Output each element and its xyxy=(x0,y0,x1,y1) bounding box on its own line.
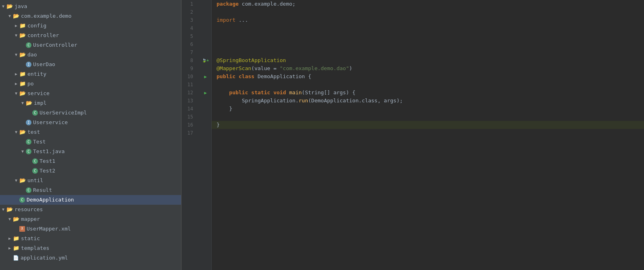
tree-item-until[interactable]: 📂until xyxy=(0,176,181,185)
line-number: 12 xyxy=(181,89,196,97)
line-number: 1 xyxy=(181,0,196,8)
tree-label: Userservice xyxy=(33,118,68,127)
gutter-line xyxy=(200,105,211,113)
code-line xyxy=(212,32,644,40)
class-icon: C xyxy=(26,139,31,145)
line-number: 2 xyxy=(181,8,196,16)
tree-arrow xyxy=(6,235,13,243)
tree-item-Test2[interactable]: CTest2 xyxy=(0,166,181,176)
gutter-line xyxy=(200,16,211,24)
tree-label: UserDao xyxy=(33,60,55,69)
class-icon: C xyxy=(32,158,38,164)
tree-label: Test1.java xyxy=(33,147,65,156)
line-number: 13 xyxy=(181,97,196,105)
line-number: 7 xyxy=(181,48,196,56)
gutter-line: 🍃☘ xyxy=(200,56,211,64)
code-line xyxy=(212,129,644,137)
line-number: 10 xyxy=(181,73,196,81)
tree-item-templates[interactable]: 📁templates xyxy=(0,243,181,253)
gutter-line xyxy=(200,24,211,32)
tree-item-static[interactable]: 📁static xyxy=(0,234,181,243)
gutter-line xyxy=(200,113,211,121)
tree-arrow xyxy=(6,244,13,252)
tree-label: application.yml xyxy=(21,254,68,262)
gutter-line xyxy=(200,121,211,129)
tree-arrow xyxy=(13,89,19,98)
tree-label: java xyxy=(15,2,27,10)
tree-item-po[interactable]: 📁po xyxy=(0,79,181,89)
tree-item-UserServiceImpl[interactable]: CUserServiceImpl xyxy=(0,108,181,118)
tree-item-service[interactable]: 📂service xyxy=(0,89,181,98)
tree-label: until xyxy=(27,177,43,185)
tree-label: Test xyxy=(33,138,46,146)
code-line xyxy=(212,8,644,16)
tree-label: Test1 xyxy=(40,157,55,165)
gutter-line: ▶ xyxy=(200,73,211,81)
tree-item-UserDao[interactable]: IUserDao xyxy=(0,60,181,69)
code-content[interactable]: package com.example.demo; import ... @Sp… xyxy=(212,0,644,270)
file-tree[interactable]: 📂java📂com.example.demo📁config📂controller… xyxy=(0,0,181,270)
folder-icon: 📂 xyxy=(13,215,19,223)
tree-label: mapper xyxy=(21,215,40,223)
tree-label: resources xyxy=(15,206,43,214)
tree-label: UserController xyxy=(33,41,77,49)
line-number: 5 xyxy=(181,32,196,40)
tree-label: Test2 xyxy=(40,167,55,175)
tree-arrow xyxy=(13,70,19,78)
tree-item-DemoApplication[interactable]: CDemoApplication xyxy=(0,195,181,205)
tree-item-Result[interactable]: CResult xyxy=(0,185,181,195)
code-line xyxy=(212,81,644,89)
code-line xyxy=(212,40,644,48)
tree-item-application.yml[interactable]: 📄application.yml xyxy=(0,253,181,263)
folder-icon: 📂 xyxy=(19,128,26,136)
interface-icon: I xyxy=(26,62,31,67)
tree-label: DemoApplication xyxy=(27,196,74,204)
tree-arrow xyxy=(6,215,13,223)
line-number: 9 xyxy=(181,64,196,73)
tree-item-Test[interactable]: CTest xyxy=(0,137,181,147)
tree-label: com.example.demo xyxy=(21,12,71,20)
tree-label: templates xyxy=(21,244,49,252)
tree-item-UserMapper.xml[interactable]: XUserMapper.xml xyxy=(0,224,181,234)
tree-item-UserController[interactable]: CUserController xyxy=(0,40,181,50)
code-line: @MapperScan(value = "com.example.demo.da… xyxy=(212,64,644,73)
tree-label: service xyxy=(27,89,50,98)
code-line: } xyxy=(212,121,644,129)
tree-item-entity[interactable]: 📁entity xyxy=(0,69,181,79)
line-number: 3 xyxy=(181,16,196,24)
line-number: 15 xyxy=(181,113,196,121)
folder-icon: 📁 xyxy=(19,70,26,78)
line-numbers: 1234567891011121314151617 xyxy=(181,0,200,270)
code-line: SpringApplication.run(DemoApplication.cl… xyxy=(212,97,644,105)
tree-item-Test1.java[interactable]: CTest1.java xyxy=(0,147,181,156)
code-line: public class DemoApplication { xyxy=(212,73,644,81)
code-editor: 1234567891011121314151617 🍃☘▶▶ package c… xyxy=(181,0,644,270)
tree-item-java[interactable]: 📂java xyxy=(0,2,181,11)
tree-item-Userservice[interactable]: IUserservice xyxy=(0,118,181,127)
tree-label: impl xyxy=(34,99,46,107)
gutter-line: ▶ xyxy=(200,89,211,97)
tree-item-Test1[interactable]: CTest1 xyxy=(0,156,181,166)
tree-item-config[interactable]: 📁config xyxy=(0,21,181,31)
tree-item-dao[interactable]: 📂dao xyxy=(0,50,181,60)
class-icon: C xyxy=(19,197,25,203)
code-line: package com.example.demo; xyxy=(212,0,644,8)
gutter-line xyxy=(200,32,211,40)
tree-arrow xyxy=(13,128,19,136)
folder-icon: 📂 xyxy=(13,12,19,20)
folder-icon: 📂 xyxy=(19,177,26,185)
tree-label: controller xyxy=(27,31,59,39)
tree-arrow xyxy=(0,206,6,214)
tree-item-controller[interactable]: 📂controller xyxy=(0,31,181,40)
line-number: 17 xyxy=(181,129,196,137)
gutter-line xyxy=(200,97,211,105)
tree-label: dao xyxy=(27,51,37,59)
tree-item-test[interactable]: 📂test xyxy=(0,127,181,137)
tree-item-com.example.demo[interactable]: 📂com.example.demo xyxy=(0,11,181,21)
folder-icon: 📂 xyxy=(19,89,26,98)
line-number: 4 xyxy=(181,24,196,32)
interface-icon: I xyxy=(26,120,31,125)
tree-item-impl[interactable]: 📂impl xyxy=(0,98,181,108)
tree-item-mapper[interactable]: 📂mapper xyxy=(0,214,181,224)
tree-item-resources[interactable]: 📂resources xyxy=(0,205,181,214)
